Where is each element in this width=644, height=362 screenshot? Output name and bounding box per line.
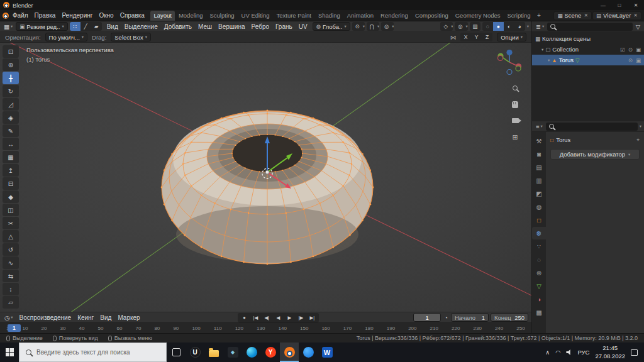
torus-eye-icon[interactable]: ⊙ <box>628 57 633 63</box>
workspace-tab[interactable]: Layout <box>150 11 175 21</box>
viewport-menu-item[interactable]: Вершина <box>215 21 248 32</box>
drag-setting-dropdown[interactable]: Select Box ▾ <box>111 33 151 41</box>
outliner-row-torus[interactable]: ▾ ▲ Torus ▽ ⊙ ▣ <box>532 55 644 65</box>
viewport-3d[interactable]: Пользовательская перспектива (1) Torus ⊡… <box>0 43 531 312</box>
navigation-gizmo[interactable] <box>495 48 524 77</box>
properties-tab-output[interactable]: ▤ <box>532 161 546 173</box>
viewlayer-clear-button[interactable]: ✕ <box>633 13 638 18</box>
properties-tab-particles[interactable]: ∵ <box>532 240 546 253</box>
taskbar-app-explorer[interactable] <box>204 343 223 362</box>
start-button[interactable] <box>0 343 19 362</box>
workspace-tab[interactable]: Geometry Nodes <box>452 11 504 21</box>
tool-extrude[interactable]: ↥ <box>3 164 19 177</box>
workspace-tab[interactable]: Modeling <box>175 11 206 21</box>
tool-annotate[interactable]: ✎ <box>3 124 19 137</box>
tool-edge-slide[interactable]: ⇆ <box>3 270 19 282</box>
workspace-tab[interactable]: Scripting <box>504 11 534 21</box>
shading-mode-material-preview[interactable]: ◐ <box>504 22 514 31</box>
tool-select-box[interactable]: ⊡ <box>3 45 19 58</box>
tray-expand-icon[interactable]: ∧ <box>545 349 550 356</box>
scene-clear-button[interactable]: ✕ <box>584 13 588 18</box>
properties-tab-view-layer[interactable]: ▥ <box>532 174 546 187</box>
viewport-menu-item[interactable]: UV <box>296 21 311 32</box>
properties-tab-texture[interactable]: ▩ <box>532 306 546 319</box>
pin-icon[interactable]: ⌖ <box>636 136 640 143</box>
transport-button-play-reverse[interactable]: ◀ <box>273 314 284 322</box>
timeline-menu-item[interactable]: Вид <box>97 312 114 323</box>
properties-tab-tool[interactable]: ⚒ <box>532 134 546 147</box>
tool-inset-faces[interactable]: ⊟ <box>3 177 19 190</box>
workspace-tab[interactable]: Shading <box>314 11 343 21</box>
taskbar-app-edge[interactable] <box>242 343 261 362</box>
taskbar-app-task-view[interactable] <box>167 343 186 362</box>
snap-controls[interactable]: ⋂▾ <box>367 22 379 31</box>
mode-dropdown[interactable]: ▣ Режим ред.. ▾ <box>16 22 67 31</box>
properties-options-dropdown[interactable]: ▾ <box>640 124 641 129</box>
frame-end-field[interactable]: Конец 250 <box>491 313 528 322</box>
torus-camera-icon[interactable]: ▣ <box>636 57 641 63</box>
overlays-dropdown[interactable]: ◎▾ <box>455 22 467 31</box>
transport-button-record[interactable]: ● <box>239 314 250 322</box>
properties-tab-physics[interactable]: ◌ <box>532 253 546 266</box>
tool-transform[interactable]: ◈ <box>3 111 19 124</box>
properties-tab-constraints[interactable]: ⊜ <box>532 266 546 279</box>
close-button[interactable]: ✕ <box>628 0 644 10</box>
perspective-toggle-button[interactable]: ⊞ <box>510 132 520 142</box>
pan-button[interactable] <box>510 99 520 109</box>
maximize-button[interactable]: □ <box>611 0 628 10</box>
menu-item[interactable]: Справка <box>117 10 148 21</box>
playhead[interactable]: 1 <box>8 324 21 332</box>
properties-tab-material[interactable]: ◑ <box>532 293 546 305</box>
viewport-menu-item[interactable]: Выделение <box>121 21 161 32</box>
collection-checkbox[interactable]: ☑ <box>620 47 625 53</box>
tool-shrink-fatten[interactable]: ↕ <box>3 283 19 295</box>
viewlayer-selector[interactable]: ▤ ViewLayer ✕ <box>592 11 641 20</box>
workspace-tab[interactable]: Rendering <box>377 11 412 21</box>
taskbar-app-app-u[interactable]: U <box>186 343 204 362</box>
outliner-row-scene-collection[interactable]: ▦ Коллекция сцены <box>532 33 644 44</box>
tool-loop-cut[interactable]: ◫ <box>3 204 19 216</box>
timeline-menu-item[interactable]: Воспроизведение <box>16 312 75 323</box>
tool-cursor[interactable]: ⊕ <box>3 58 19 71</box>
transport-button-play[interactable]: ▶ <box>284 314 295 322</box>
tool-knife[interactable]: ✂ <box>3 217 19 229</box>
transform-orientation-dropdown[interactable]: ◍ Глоба.. ▾ <box>313 22 350 31</box>
notifications-icon[interactable] <box>631 349 638 356</box>
network-icon[interactable]: ◠ <box>555 349 560 356</box>
timeline-editor-type-button[interactable]: ◷▾ <box>3 314 14 321</box>
mirror-axis-y[interactable]: Y <box>471 33 482 41</box>
workspace-tab[interactable]: Animation <box>343 11 377 21</box>
timeline-menu-item[interactable]: Кеинг <box>74 312 97 323</box>
search-input[interactable] <box>36 349 160 356</box>
menu-item[interactable]: Окно <box>96 10 116 21</box>
blender-menu-icon[interactable] <box>3 13 9 19</box>
proportional-editing-controls[interactable]: ◎▾ <box>381 22 394 31</box>
viewport-canvas[interactable] <box>0 43 531 312</box>
taskbar-app-app-dark[interactable]: ◆ <box>223 343 242 362</box>
orientation-setting-dropdown[interactable]: По умолч... ▾ <box>45 33 87 41</box>
taskbar-app-word[interactable]: W <box>318 343 336 362</box>
xray-toggle[interactable]: ▥ <box>470 22 480 31</box>
tool-move[interactable]: ╋ <box>3 72 19 84</box>
collection-eye-icon[interactable]: ⊙ <box>628 47 633 53</box>
editor-type-button[interactable]: ▦▾ <box>3 23 14 30</box>
select-mode-face[interactable]: ▰ <box>91 22 102 31</box>
expand-icon[interactable]: ▾ <box>541 47 543 52</box>
select-mode-vertex[interactable]: ∷ <box>70 22 80 31</box>
tool-add-cube[interactable]: ▦ <box>3 151 19 163</box>
workspace-tab[interactable]: Texture Paint <box>273 11 314 21</box>
transport-button-prev-keyframe[interactable]: ◀| <box>262 314 272 322</box>
pivot-point-dropdown[interactable]: ⊙▾ <box>352 22 365 31</box>
show-gizmo-dropdown[interactable]: ◇▾ <box>440 22 453 31</box>
shading-mode-wireframe[interactable]: ◌ <box>482 22 493 31</box>
properties-search-field[interactable] <box>546 123 638 131</box>
timeline-ruler[interactable]: 1102030405060708090100110120130140150160… <box>0 322 531 333</box>
magnet-icon[interactable]: ⋂ <box>367 22 377 31</box>
shading-dropdown[interactable]: ▾ <box>527 24 529 29</box>
scene-selector[interactable]: ▦ Scene ✕ <box>553 11 592 20</box>
add-modifier-button[interactable]: Добавить модификатор ▾ <box>550 149 640 160</box>
tool-spin[interactable]: ↺ <box>3 243 19 256</box>
properties-tab-object-data[interactable]: ▽ <box>532 280 546 292</box>
viewport-menu-item[interactable]: Ребро <box>248 21 272 32</box>
taskbar-app-app-blue[interactable] <box>299 343 318 362</box>
